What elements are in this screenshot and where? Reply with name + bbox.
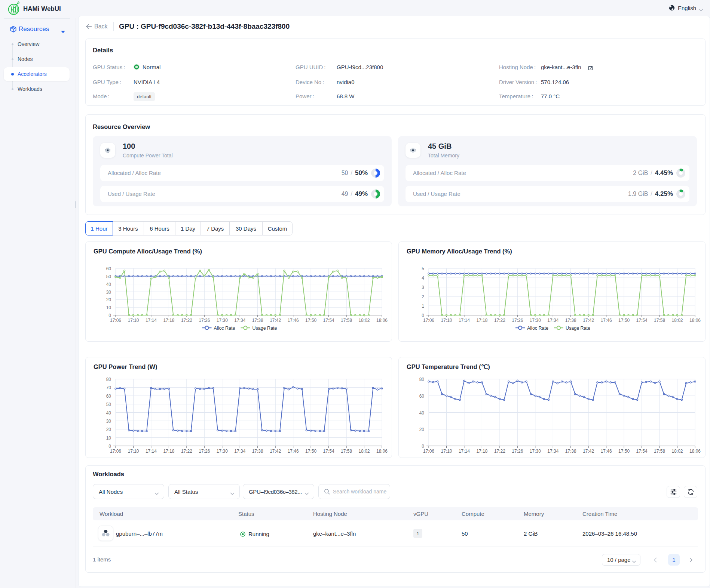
svg-text:60: 60 — [106, 394, 111, 399]
svg-text:17:34: 17:34 — [234, 449, 245, 454]
svg-text:17:30: 17:30 — [217, 449, 228, 454]
svg-text:17:58: 17:58 — [341, 449, 352, 454]
svg-text:10: 10 — [106, 305, 111, 310]
svg-text:60: 60 — [106, 266, 111, 271]
svg-text:18:02: 18:02 — [358, 449, 370, 454]
svg-text:1: 1 — [422, 304, 424, 309]
svg-text:17:42: 17:42 — [583, 449, 594, 454]
svg-text:70: 70 — [106, 385, 111, 390]
svg-text:80: 80 — [419, 377, 425, 382]
svg-text:17:18: 17:18 — [476, 318, 487, 323]
svg-text:17:22: 17:22 — [181, 318, 192, 323]
svg-text:17:38: 17:38 — [565, 449, 576, 454]
svg-text:17:22: 17:22 — [181, 449, 192, 454]
svg-text:17:18: 17:18 — [163, 318, 174, 323]
svg-text:17:14: 17:14 — [459, 318, 470, 323]
svg-text:17:06: 17:06 — [110, 449, 121, 454]
svg-text:80: 80 — [106, 377, 111, 382]
svg-text:17:38: 17:38 — [252, 449, 263, 454]
svg-text:0: 0 — [422, 313, 424, 318]
svg-text:Alloc Rate: Alloc Rate — [527, 326, 548, 331]
svg-text:18:02: 18:02 — [671, 449, 683, 454]
svg-text:17:26: 17:26 — [512, 318, 523, 323]
svg-text:0: 0 — [108, 444, 111, 449]
svg-text:17:18: 17:18 — [476, 449, 487, 454]
svg-text:Usage Rate: Usage Rate — [566, 326, 590, 331]
svg-text:17:50: 17:50 — [618, 318, 630, 323]
svg-text:0: 0 — [108, 313, 111, 318]
svg-text:20: 20 — [106, 427, 111, 432]
svg-text:18:06: 18:06 — [376, 318, 388, 323]
svg-text:17:58: 17:58 — [654, 318, 665, 323]
svg-text:17:22: 17:22 — [494, 318, 505, 323]
svg-text:17:26: 17:26 — [199, 449, 210, 454]
svg-text:18:02: 18:02 — [358, 318, 370, 323]
svg-text:2: 2 — [422, 294, 424, 299]
svg-text:18:06: 18:06 — [689, 449, 701, 454]
svg-text:40: 40 — [106, 410, 111, 416]
svg-text:17:06: 17:06 — [423, 449, 434, 454]
svg-text:60: 60 — [419, 394, 425, 399]
svg-text:17:50: 17:50 — [305, 449, 316, 454]
svg-text:17:54: 17:54 — [636, 318, 648, 323]
svg-text:18:02: 18:02 — [671, 318, 683, 323]
svg-text:20: 20 — [419, 427, 425, 432]
svg-text:40: 40 — [106, 282, 111, 287]
svg-text:17:10: 17:10 — [441, 318, 452, 323]
svg-text:17:58: 17:58 — [654, 449, 665, 454]
svg-text:30: 30 — [106, 419, 111, 424]
svg-text:17:10: 17:10 — [128, 318, 139, 323]
svg-text:17:26: 17:26 — [199, 318, 210, 323]
svg-text:17:46: 17:46 — [288, 318, 299, 323]
svg-text:18:06: 18:06 — [689, 318, 701, 323]
svg-text:Usage Rate: Usage Rate — [253, 326, 277, 331]
svg-text:17:42: 17:42 — [270, 318, 281, 323]
svg-text:17:54: 17:54 — [323, 318, 334, 323]
svg-text:17:46: 17:46 — [601, 318, 612, 323]
svg-text:17:54: 17:54 — [323, 449, 334, 454]
svg-text:17:42: 17:42 — [583, 318, 594, 323]
svg-text:17:10: 17:10 — [128, 449, 139, 454]
svg-text:17:46: 17:46 — [288, 449, 299, 454]
svg-text:17:34: 17:34 — [547, 318, 558, 323]
svg-text:17:10: 17:10 — [441, 449, 452, 454]
svg-text:17:30: 17:30 — [217, 318, 228, 323]
svg-text:17:06: 17:06 — [110, 318, 121, 323]
svg-text:17:14: 17:14 — [459, 449, 470, 454]
svg-text:17:50: 17:50 — [618, 449, 630, 454]
svg-text:17:54: 17:54 — [636, 449, 648, 454]
svg-text:17:22: 17:22 — [494, 449, 505, 454]
svg-text:10: 10 — [106, 435, 111, 441]
svg-text:17:38: 17:38 — [252, 318, 263, 323]
svg-text:30: 30 — [106, 290, 111, 295]
svg-text:17:14: 17:14 — [146, 318, 157, 323]
svg-text:17:30: 17:30 — [530, 318, 541, 323]
svg-text:20: 20 — [106, 297, 111, 302]
svg-text:17:58: 17:58 — [341, 318, 352, 323]
svg-text:5: 5 — [422, 266, 424, 271]
svg-text:17:34: 17:34 — [234, 318, 245, 323]
svg-text:17:18: 17:18 — [163, 449, 174, 454]
svg-text:17:46: 17:46 — [601, 449, 612, 454]
svg-text:17:38: 17:38 — [565, 318, 576, 323]
svg-text:17:30: 17:30 — [530, 449, 541, 454]
svg-text:4: 4 — [422, 275, 424, 281]
svg-text:40: 40 — [419, 410, 425, 416]
svg-text:17:14: 17:14 — [146, 449, 157, 454]
svg-text:18:06: 18:06 — [376, 449, 388, 454]
svg-text:0: 0 — [422, 444, 424, 449]
svg-text:50: 50 — [106, 274, 111, 279]
svg-text:17:06: 17:06 — [423, 318, 434, 323]
svg-text:3: 3 — [422, 285, 424, 290]
svg-text:17:42: 17:42 — [270, 449, 281, 454]
svg-text:17:34: 17:34 — [547, 449, 558, 454]
svg-text:Alloc Rate: Alloc Rate — [214, 326, 235, 331]
svg-text:17:26: 17:26 — [512, 449, 523, 454]
svg-text:17:50: 17:50 — [305, 318, 316, 323]
svg-text:50: 50 — [106, 402, 111, 407]
